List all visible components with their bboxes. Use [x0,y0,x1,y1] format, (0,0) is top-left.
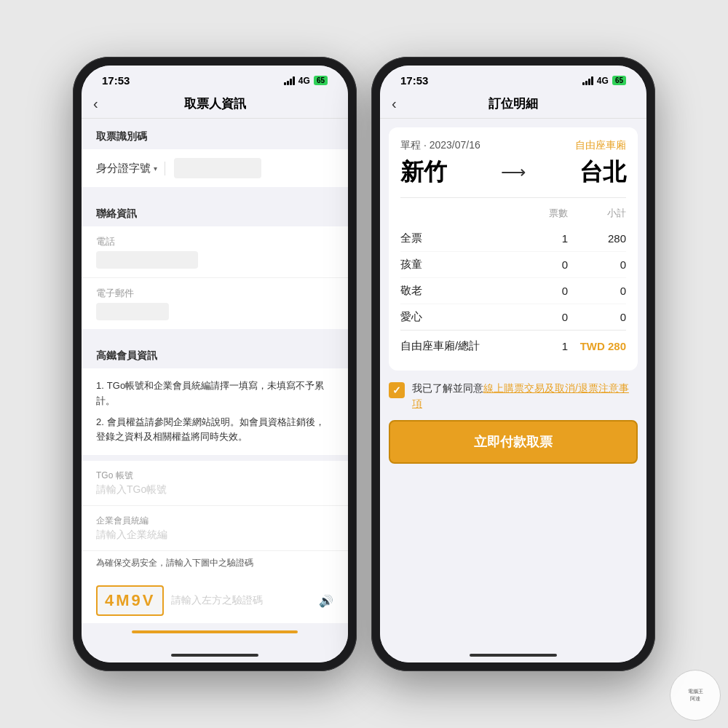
time-right: 17:53 [400,74,428,87]
tgo-label: TGo 帳號 請輸入TGo帳號 [82,461,348,506]
divider [400,197,626,198]
ticket-row: 敬老 0 0 [400,278,626,304]
id-type-selector[interactable]: 身分證字號 ▾ [96,162,165,175]
ticket-price: 280 [568,232,626,245]
status-icons-left: 4G 65 [284,76,328,86]
route-arrow: ⟶ [501,162,526,183]
watermark: 電腦王阿達 [670,670,721,721]
email-row: 電子郵件 [82,278,348,329]
ticket-table-header: 票數 小計 [400,207,626,220]
sound-icon[interactable]: 🔊 [319,594,333,608]
col-tickets-header: 票數 [524,207,568,220]
agreement-text: 我已了解並同意線上購票交易及取消/退票注意事項 [412,381,638,411]
captcha-code-text: 4M9V [105,591,155,609]
id-section-label: 取票識別碼 [82,119,348,149]
ticket-row: 孩童 0 0 [400,252,626,278]
order-card: 單程 · 2023/07/16 自由座車廂 新竹 ⟶ 台北 [389,127,638,371]
ticket-table: 票數 小計 全票 1 280 孩童 0 0 敬老 0 0 愛心 0 [400,207,626,359]
id-type-label: 身分證字號 [96,162,151,175]
id-input-field[interactable] [174,158,261,178]
time-left: 17:53 [102,74,130,87]
progress-bar [132,630,298,633]
ticket-price: 0 [568,258,626,271]
col-subtotal-header: 小計 [568,207,626,220]
status-bar-right: 17:53 4G 65 [380,66,646,90]
screen-content-right: 單程 · 2023/07/16 自由座車廂 新竹 ⟶ 台北 [380,119,646,648]
ticket-row: 愛心 0 0 [400,304,626,330]
network-type-left: 4G [298,76,310,86]
signal-bars-left [284,76,295,85]
to-station: 台北 [579,157,626,189]
member-info-1: 1.TGo帳號和企業會員統編請擇一填寫，未填寫不予累計。 [96,379,333,409]
ticket-name: 敬老 [400,284,524,298]
ticket-price: 0 [568,285,626,297]
corp-input[interactable]: 請輸入企業統編 [96,529,333,542]
ticket-count: 0 [524,285,568,297]
network-type-right: 4G [597,76,609,86]
pay-button[interactable]: 立即付款取票 [389,420,638,464]
trip-route: 新竹 ⟶ 台北 [400,157,626,189]
ticket-count: 0 [524,311,568,323]
id-form-row: 身分證字號 ▾ [82,149,348,187]
trip-date: 單程 · 2023/07/16 [400,139,480,152]
ticket-count: 1 [524,232,568,245]
total-count: 1 [524,340,568,352]
trip-header: 單程 · 2023/07/16 自由座車廂 新竹 ⟶ 台北 [400,139,626,189]
ticket-row: 全票 1 280 [400,226,626,252]
pay-button-container: 立即付款取票 [389,420,638,464]
home-indicator-right [380,648,646,662]
phone-label: 電話 [96,235,115,248]
phone-row: 電話 [82,226,348,278]
seat-type: 自由座車廂 [575,139,626,152]
captcha-label: 為確保交易安全，請輸入下圖中之驗證碼 [96,557,333,569]
nav-bar-right: ‹ 訂位明細 [380,90,646,119]
back-button-right[interactable]: ‹ [392,95,397,112]
left-phone: 17:53 4G 65 ‹ 取票人資訊 [73,57,357,671]
battery-right: 65 [612,76,626,85]
tgo-input[interactable]: 請輸入TGo帳號 [96,483,333,496]
email-input[interactable] [96,303,169,320]
ticket-name: 孩童 [400,258,524,272]
dropdown-arrow: ▾ [154,165,157,173]
email-label: 電子郵件 [96,287,134,300]
trip-meta: 單程 · 2023/07/16 自由座車廂 [400,139,626,152]
screen-content-left: 取票識別碼 身分證字號 ▾ 聯絡資訊 [82,119,348,623]
ticket-price: 0 [568,311,626,323]
phone-input[interactable] [96,251,198,269]
agreement-row: ✓ 我已了解並同意線上購票交易及取消/退票注意事項 [389,381,638,411]
captcha-input[interactable]: 請輸入左方之驗證碼 [171,594,312,607]
back-button-left[interactable]: ‹ [93,95,98,112]
contact-form-card: 電話 電子郵件 [82,226,348,329]
agreement-checkbox[interactable]: ✓ [389,382,405,398]
status-bar-left: 17:53 4G 65 [82,66,348,90]
id-input-area [165,158,333,178]
from-station: 新竹 [400,157,447,189]
page-title-left: 取票人資訊 [184,95,246,112]
id-form-card: 身分證字號 ▾ [82,149,348,187]
total-row: 自由座車廂/總計 1 TWD 280 [400,330,626,359]
contact-section-label: 聯絡資訊 [82,196,348,226]
member-section-label: 高鐵會員資訊 [82,338,348,368]
captcha-code-display: 4M9V [96,585,164,616]
bottom-bar-left [82,623,348,648]
check-icon: ✓ [392,384,401,396]
ticket-count: 0 [524,258,568,271]
member-info-2: 2.會員權益請參閱企業網站說明。如會員資格註銷後，登錄之資料及相關權益將同時失效… [96,415,333,446]
ticket-name: 全票 [400,232,524,245]
total-label: 自由座車廂/總計 [400,339,524,353]
home-bar-right [470,654,557,657]
member-info-box: 1.TGo帳號和企業會員統編請擇一填寫，未填寫不予累計。 2.會員權益請參閱企業… [82,368,348,455]
home-bar-left [171,654,258,657]
signal-bars-right [582,76,593,85]
total-price: TWD 280 [568,340,626,352]
page-title-right: 訂位明細 [488,95,538,112]
battery-left: 65 [314,76,328,85]
corp-label: 企業會員統編 請輸入企業統編 [82,506,348,551]
nav-bar-left: ‹ 取票人資訊 [82,90,348,119]
home-indicator-left [82,648,348,662]
ticket-rows: 全票 1 280 孩童 0 0 敬老 0 0 愛心 0 0 [400,226,626,330]
ticket-name: 愛心 [400,310,524,324]
captcha-row: 4M9V 請輸入左方之驗證碼 🔊 [82,578,348,623]
right-phone: 17:53 4G 65 ‹ 訂位明細 [371,57,655,671]
status-icons-right: 4G 65 [582,76,626,86]
